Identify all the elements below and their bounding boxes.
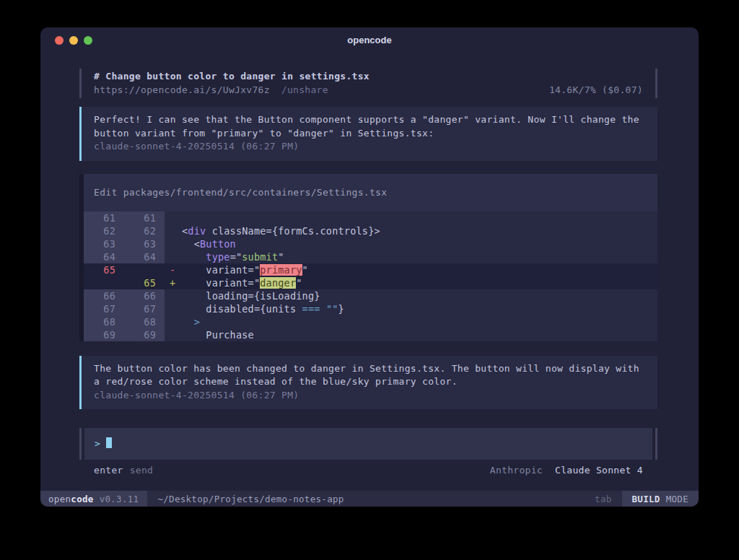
line-number-new: 61 — [124, 211, 165, 224]
hint-send-label: send — [130, 464, 154, 477]
prompt-symbol: > — [95, 438, 100, 449]
tui-content: # Change button color to danger in setti… — [40, 54, 699, 491]
line-number-old: 67 — [84, 302, 124, 315]
share-url[interactable]: https://opencode.ai/s/UwJxv76z — [94, 84, 270, 97]
diff-marker — [165, 289, 182, 302]
diff-row: 6767 disabled={units === ""} — [84, 302, 657, 315]
status-bar: opencode v0.3.11 ~/Desktop/Projects/demo… — [40, 491, 699, 507]
line-number-old: 68 — [84, 315, 124, 328]
app-window: opencode # Change button color to danger… — [40, 27, 699, 507]
diff-row: 6868 > — [84, 315, 657, 328]
diff-marker — [165, 237, 182, 250]
header-left-rule — [79, 69, 82, 98]
provider-label: Anthropic — [490, 465, 543, 476]
diff-row: 6161 — [84, 211, 657, 224]
code-line: type="submit" — [182, 250, 284, 263]
line-number-new: 63 — [124, 237, 165, 250]
code-line: <div className={formCs.controls}> — [182, 224, 380, 237]
diff-marker — [165, 302, 182, 315]
message-meta: claude-sonnet-4-20250514 (06:27 PM) — [94, 140, 645, 154]
line-number-old: 63 — [84, 237, 124, 250]
app-version: v0.3.11 — [100, 494, 139, 504]
session-header: # Change button color to danger in setti… — [79, 69, 657, 98]
diff-marker — [165, 328, 182, 341]
message-text: a red/rose color scheme instead of the b… — [94, 375, 645, 389]
diff-row: 6666 loading={isLoading} — [84, 289, 657, 302]
diff-row: 65- variant="primary" — [84, 263, 657, 276]
line-number-old: 62 — [84, 224, 124, 237]
diff-marker — [165, 315, 182, 328]
code-line: variant="primary" — [182, 263, 308, 276]
diff-marker: + — [165, 276, 182, 289]
line-number-old — [84, 276, 124, 289]
model-label: Claude Sonnet 4 — [555, 465, 643, 476]
line-number-new: 65 — [124, 276, 165, 289]
message-text: Perfect! I can see that the Button compo… — [94, 113, 645, 127]
line-number-new: 66 — [124, 289, 165, 302]
session-title: # Change button color to danger in setti… — [94, 70, 643, 84]
unshare-command: /unshare — [281, 84, 328, 97]
line-number-old: 61 — [84, 211, 124, 224]
assistant-message: The button color has been changed to dan… — [79, 356, 657, 410]
hint-enter-key: enter — [94, 464, 123, 477]
code-line: > — [182, 315, 200, 328]
edit-tool-card: Edit packages/frontend/src/containers/Se… — [79, 174, 657, 341]
diff-marker — [165, 224, 182, 237]
code-line: loading={isLoading} — [182, 289, 320, 302]
app-badge: opencode v0.3.11 — [40, 491, 147, 507]
line-number-new: 64 — [124, 250, 165, 263]
diff-marker: - — [165, 263, 182, 276]
model-info: Anthropic Claude Sonnet 4 — [490, 464, 643, 477]
line-number-old: 64 — [84, 250, 124, 263]
diff-row: 6262<div className={formCs.controls}> — [84, 224, 657, 237]
prompt-area: > — [79, 428, 657, 460]
code-line: variant="danger" — [182, 276, 302, 289]
line-number-old: 65 — [84, 263, 124, 276]
text-cursor — [106, 437, 112, 448]
message-text: button variant from "primary" to "danger… — [94, 127, 645, 141]
tab-hint: tab — [595, 491, 611, 507]
line-number-new: 68 — [124, 315, 165, 328]
line-number-new — [124, 263, 165, 276]
line-number-old: 69 — [84, 328, 124, 341]
diff-row: 65+ variant="danger" — [84, 276, 657, 289]
working-directory: ~/Desktop/Projects/demo-notes-app — [157, 491, 344, 507]
line-number-new: 62 — [124, 224, 165, 237]
code-line: Purchase — [182, 328, 254, 341]
window-title: opencode — [40, 35, 699, 45]
diff-row: 6464 type="submit" — [84, 250, 657, 263]
message-text: The button color has been changed to dan… — [94, 362, 645, 376]
diff: 61616262<div className={formCs.controls}… — [84, 211, 657, 341]
line-number-old: 66 — [84, 289, 124, 302]
diff-row: 6969 Purchase — [84, 328, 657, 341]
input-left-rule — [79, 428, 82, 460]
titlebar: opencode — [40, 27, 699, 54]
diff-marker — [165, 250, 182, 263]
header-right-rule — [655, 69, 657, 98]
line-number-new: 67 — [124, 302, 165, 315]
code-line: <Button — [182, 237, 236, 250]
context-stats: 14.6K/7% ($0.07) — [549, 84, 643, 97]
hints-row: enter send Anthropic Claude Sonnet 4 — [79, 464, 657, 477]
diff-row: 6363 <Button — [84, 237, 657, 250]
mode-badge[interactable]: BUILD MODE — [622, 491, 699, 507]
assistant-message: Perfect! I can see that the Button compo… — [79, 107, 657, 161]
message-meta: claude-sonnet-4-20250514 (06:27 PM) — [94, 389, 645, 403]
line-number-new: 69 — [124, 328, 165, 341]
code-line: disabled={units === ""} — [182, 302, 344, 315]
edit-tool-title: Edit packages/frontend/src/containers/Se… — [84, 174, 657, 211]
diff-marker — [165, 211, 182, 224]
input-right-rule — [655, 428, 657, 460]
prompt-input[interactable]: > — [84, 428, 652, 460]
app-name: open — [48, 494, 71, 504]
